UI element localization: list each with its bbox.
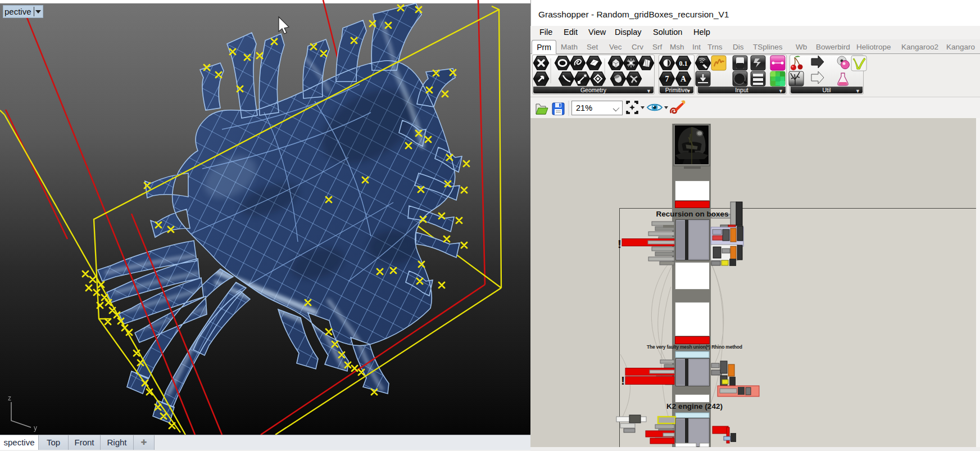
svg-text:7: 7: [665, 75, 669, 83]
svg-text:!: !: [618, 237, 621, 250]
svg-text:z: z: [8, 394, 11, 402]
svg-text:Recursion on boxes: Recursion on boxes: [656, 210, 728, 218]
svg-text:A: A: [680, 75, 687, 83]
svg-text:!: !: [621, 374, 625, 387]
svg-text:The very faulty mesh union(*): The very faulty mesh union(*) Rhino meth…: [647, 344, 742, 350]
svg-text:K2 engine (242): K2 engine (242): [666, 402, 723, 411]
svg-text:0.1: 0.1: [679, 60, 688, 67]
svg-text:y: y: [34, 424, 37, 432]
